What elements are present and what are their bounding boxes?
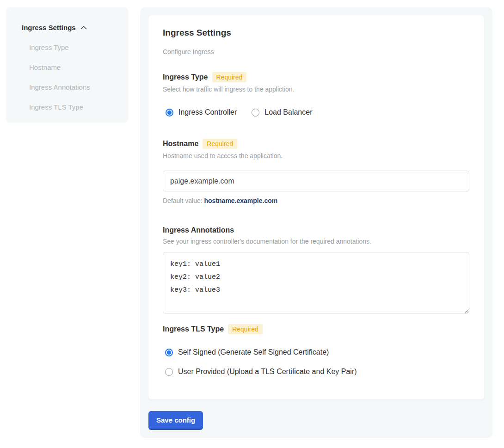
sidebar-group-label: Ingress Settings bbox=[22, 24, 76, 31]
config-panel: Ingress Settings Configure Ingress Ingre… bbox=[140, 7, 492, 438]
radio-button-icon bbox=[165, 368, 173, 376]
chevron-up-icon bbox=[80, 25, 87, 30]
tls-type-title: Ingress TLS Type bbox=[163, 325, 224, 333]
default-value-label: Default value: bbox=[163, 197, 204, 204]
section-ingress-annotations: Ingress Annotations See your ingress con… bbox=[163, 226, 470, 313]
radio-button-icon bbox=[252, 109, 259, 117]
hostname-help: Hostname used to access the application. bbox=[163, 152, 470, 160]
hostname-input[interactable] bbox=[163, 171, 469, 191]
page-subtitle: Configure Ingress bbox=[163, 48, 470, 55]
page-title: Ingress Settings bbox=[163, 28, 470, 38]
required-badge: Required bbox=[228, 324, 263, 334]
radio-button-icon bbox=[165, 349, 173, 356]
section-ingress-tls-type: Ingress TLS Type Required Self Signed (G… bbox=[163, 324, 470, 376]
required-badge: Required bbox=[203, 139, 237, 149]
sidebar-links: Ingress Type Hostname Ingress Annotation… bbox=[29, 43, 128, 111]
annotations-textarea[interactable]: key1: value1 key2: value2 key3: value3 bbox=[163, 252, 469, 313]
sidebar-item-ingress-annotations[interactable]: Ingress Annotations bbox=[29, 83, 128, 91]
radio-button-icon bbox=[166, 109, 173, 117]
tls-type-radio-group: Self Signed (Generate Self Signed Certif… bbox=[165, 348, 470, 376]
required-badge: Required bbox=[212, 72, 247, 82]
ingress-type-radio-group: Ingress Controller Load Balancer bbox=[166, 108, 470, 117]
sidebar-item-hostname[interactable]: Hostname bbox=[29, 63, 128, 71]
section-hostname: Hostname Required Hostname used to acces… bbox=[163, 139, 470, 204]
radio-label: User Provided (Upload a TLS Certificate … bbox=[178, 368, 357, 376]
hostname-title: Hostname bbox=[163, 140, 198, 148]
page: Ingress Settings Ingress Type Hostname I… bbox=[0, 0, 504, 448]
annotations-help: See your ingress controller's documentat… bbox=[163, 238, 470, 245]
section-ingress-type: Ingress Type Required Select how traffic… bbox=[163, 72, 470, 117]
radio-load-balancer[interactable]: Load Balancer bbox=[252, 108, 312, 117]
hostname-default-value: Default value: hostname.example.com bbox=[163, 197, 470, 204]
radio-label: Self Signed (Generate Self Signed Certif… bbox=[178, 348, 329, 356]
ingress-type-help: Select how traffic will ingress to the a… bbox=[163, 86, 470, 93]
sidebar-item-ingress-type[interactable]: Ingress Type bbox=[29, 43, 128, 51]
config-card: Ingress Settings Configure Ingress Ingre… bbox=[148, 15, 484, 399]
radio-label: Ingress Controller bbox=[178, 108, 237, 117]
annotations-title: Ingress Annotations bbox=[163, 226, 234, 234]
save-config-button[interactable]: Save config bbox=[148, 411, 203, 430]
sidebar-group-ingress-settings[interactable]: Ingress Settings bbox=[22, 24, 128, 31]
radio-self-signed[interactable]: Self Signed (Generate Self Signed Certif… bbox=[165, 348, 470, 356]
sidebar-item-ingress-tls-type[interactable]: Ingress TLS Type bbox=[29, 103, 128, 111]
default-value-text: hostname.example.com bbox=[204, 197, 278, 204]
ingress-type-title: Ingress Type bbox=[163, 73, 208, 81]
config-nav-sidebar: Ingress Settings Ingress Type Hostname I… bbox=[6, 7, 128, 123]
radio-user-provided[interactable]: User Provided (Upload a TLS Certificate … bbox=[165, 368, 470, 376]
radio-label: Load Balancer bbox=[264, 108, 312, 117]
radio-ingress-controller[interactable]: Ingress Controller bbox=[166, 108, 237, 117]
